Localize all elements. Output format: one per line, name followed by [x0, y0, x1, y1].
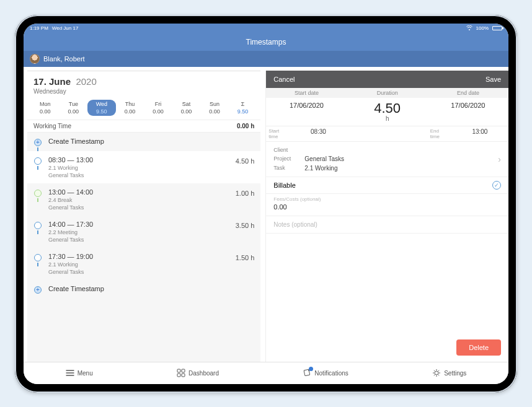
- content-area: 17. June 2020 Wednesday Mon0.00Tue0.00We…: [24, 67, 508, 362]
- billable-row[interactable]: Billable ✓: [266, 177, 508, 194]
- day-hours: 0.00: [172, 108, 201, 115]
- fees-field[interactable]: Fees/Costs (optional) 0.00: [266, 194, 508, 216]
- day-cell[interactable]: Thu0.00: [116, 100, 144, 116]
- entry-hours: 1.00 h: [236, 188, 255, 197]
- menu-icon: [66, 369, 74, 377]
- timestamp-entry[interactable]: 14:00 — 17:302.2 MeetingGeneral Tasks3.5…: [27, 216, 260, 248]
- end-time-value[interactable]: 13:00: [451, 126, 508, 141]
- tablet-bezel: 1:19 PM Wed Jun 17 100% Timestamps Blank…: [15, 15, 517, 393]
- working-time-label: Working Time: [33, 123, 71, 129]
- entry-project: General Tasks: [48, 172, 236, 178]
- date-header[interactable]: 17. June 2020: [27, 71, 260, 88]
- entry-task: 2.4 Break: [48, 197, 236, 203]
- timeline-dot-icon: [34, 254, 42, 261]
- day-cell[interactable]: Sat0.00: [172, 100, 201, 116]
- day-label: Fri: [144, 101, 172, 107]
- tab-settings-label: Settings: [444, 370, 466, 377]
- tab-dashboard-label: Dashboard: [188, 370, 219, 377]
- user-name: Blank, Robert: [43, 55, 85, 63]
- start-date-value[interactable]: 17/06/2020: [266, 98, 347, 126]
- day-label: Thu: [116, 101, 144, 107]
- date-column-headers: Start date Duration End date: [266, 88, 508, 98]
- notes-field[interactable]: Notes (optional): [266, 216, 508, 234]
- timeline-pane: 17. June 2020 Wednesday Mon0.00Tue0.00We…: [27, 71, 260, 362]
- end-time-label: End time: [428, 126, 451, 141]
- day-cell[interactable]: Fri0.00: [144, 100, 172, 116]
- entry-project: General Tasks: [48, 204, 236, 211]
- screen: 1:19 PM Wed Jun 17 100% Timestamps Blank…: [24, 24, 508, 384]
- entries-list: Create Timestamp08:30 — 13:002.1 Working…: [27, 133, 260, 362]
- entry-task: 2.1 Working: [48, 165, 236, 171]
- notification-badge-icon: [309, 367, 313, 371]
- end-date-value[interactable]: 17/06/2020: [428, 98, 508, 126]
- app-title-bar: Timestamps: [24, 33, 508, 51]
- start-date-header: Start date: [266, 88, 347, 98]
- assignment-fields[interactable]: Client ProjectGeneral Tasks Task2.1 Work…: [266, 142, 508, 177]
- cancel-button[interactable]: Cancel: [273, 76, 295, 83]
- entry-time-range: 17:30 — 19:00: [48, 253, 236, 260]
- start-time-label: Start time: [266, 126, 290, 141]
- entry-hours: 3.50 h: [236, 221, 255, 229]
- working-time-row: Working Time 0.00 h: [27, 120, 260, 133]
- billable-label: Billable: [273, 182, 295, 189]
- check-circle-icon[interactable]: ✓: [492, 181, 501, 190]
- start-time-value[interactable]: 08:30: [290, 126, 347, 141]
- day-hours: 0.00: [200, 108, 229, 115]
- entry-time-range: 08:30 — 13:00: [48, 156, 236, 164]
- plus-icon: [34, 286, 42, 294]
- timestamp-entry[interactable]: 08:30 — 13:002.1 WorkingGeneral Tasks4.5…: [27, 151, 260, 183]
- avatar-icon: [30, 54, 40, 64]
- entry-task: 2.1 Working: [48, 261, 236, 268]
- tab-notifications[interactable]: Notifications: [303, 369, 348, 377]
- day-cell[interactable]: Wed9.50: [87, 100, 116, 116]
- day-label: Wed: [87, 101, 116, 107]
- timeline-dot-icon: [34, 222, 42, 229]
- save-button[interactable]: Save: [485, 76, 501, 83]
- tab-menu[interactable]: Menu: [66, 369, 93, 377]
- tab-dashboard[interactable]: Dashboard: [177, 369, 219, 377]
- duration-cell[interactable]: 4.50 h: [347, 98, 428, 126]
- time-sub-row: Start time 08:30 End time 13:00: [266, 126, 508, 142]
- day-hours: 0.00: [116, 108, 144, 115]
- entry-task: 2.2 Meeting: [48, 229, 236, 235]
- tab-menu-label: Menu: [78, 370, 93, 377]
- create-timestamp-row[interactable]: Create Timestamp: [27, 280, 260, 299]
- timestamp-entry[interactable]: 17:30 — 19:002.1 WorkingGeneral Tasks1.5…: [27, 248, 260, 280]
- entry-project: General Tasks: [48, 237, 236, 243]
- date-day: 17.: [33, 76, 47, 87]
- day-hours: 0.00: [60, 108, 88, 115]
- timeline-dot-icon: [34, 190, 42, 197]
- day-hours: 9.50: [229, 108, 257, 115]
- tab-settings[interactable]: Settings: [432, 369, 466, 377]
- user-bar[interactable]: Blank, Robert: [24, 51, 508, 67]
- day-hours: 0.00: [144, 108, 172, 115]
- end-date-header: End date: [428, 88, 508, 98]
- svg-point-6: [435, 371, 438, 375]
- create-timestamp-label: Create Timestamp: [48, 138, 254, 145]
- day-cell[interactable]: Sun0.00: [200, 100, 229, 116]
- day-label: Sun: [200, 101, 229, 107]
- svg-rect-0: [177, 369, 180, 372]
- status-date: Wed Jun 17: [52, 25, 79, 31]
- tab-notifications-label: Notifications: [314, 370, 348, 377]
- svg-rect-3: [182, 374, 185, 377]
- day-cell[interactable]: Mon0.00: [31, 100, 60, 116]
- detail-pane: Cancel Save Start date Duration End date…: [265, 71, 508, 362]
- week-selector: Mon0.00Tue0.00Wed9.50Thu0.00Fri0.00Sat0.…: [27, 98, 260, 120]
- day-cell[interactable]: Σ9.50: [229, 100, 257, 116]
- entry-project: General Tasks: [48, 269, 236, 275]
- delete-button[interactable]: Delete: [456, 339, 501, 356]
- detail-header: Cancel Save: [266, 71, 508, 88]
- gear-icon: [432, 369, 441, 377]
- dashboard-icon: [177, 369, 185, 377]
- date-year: 2020: [76, 76, 96, 87]
- duration-unit: h: [347, 115, 428, 122]
- entry-time-range: 13:00 — 14:00: [48, 188, 236, 196]
- project-value: General Tasks: [304, 155, 498, 162]
- chevron-right-icon: ›: [498, 154, 501, 164]
- weekday-label: Wednesday: [27, 88, 260, 98]
- day-cell[interactable]: Tue0.00: [60, 100, 88, 116]
- timestamp-entry[interactable]: 13:00 — 14:002.4 BreakGeneral Tasks1.00 …: [27, 183, 260, 216]
- create-timestamp-row[interactable]: Create Timestamp: [27, 133, 260, 151]
- task-value: 2.1 Working: [304, 165, 498, 172]
